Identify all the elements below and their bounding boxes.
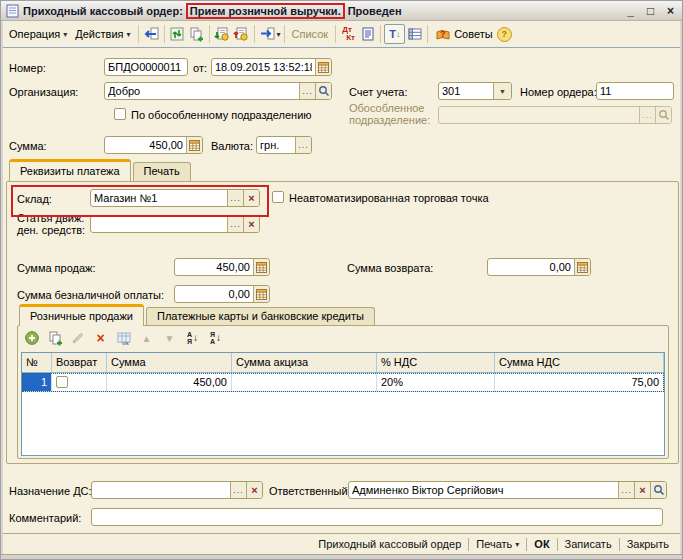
cashless-sum-input[interactable] [175,286,253,302]
close-button[interactable]: Закрыть [620,538,676,550]
sum-input[interactable] [105,137,186,153]
select-button[interactable]: ... [295,137,311,153]
copy-row-icon[interactable] [45,329,64,347]
search-icon[interactable] [315,83,331,99]
table-row[interactable]: 1 450,00 20% 75,00 [22,373,664,392]
number-input[interactable] [105,59,187,75]
tab-payment-cards[interactable]: Платежные карты и банковские кредиты [146,307,375,326]
print-button[interactable]: Печать▾ [469,538,526,550]
dtkt-postings-icon[interactable]: ДтКт [339,25,358,43]
clear-icon[interactable]: × [634,482,650,498]
tab-payment-details[interactable]: Реквизиты платежа [9,159,131,181]
delete-row-icon[interactable]: × [91,329,110,347]
date-input[interactable] [212,59,315,75]
select-button[interactable]: ... [618,482,634,498]
return-checkbox[interactable] [56,376,68,388]
currency-input[interactable] [257,137,295,153]
account-field[interactable]: ▼ [438,82,512,100]
dropdown-button[interactable]: ▼ [493,83,511,99]
ok-button[interactable]: ОК [527,538,556,550]
organization-input[interactable] [105,83,299,99]
comment-field[interactable] [91,508,663,526]
sum-cell[interactable]: 450,00 [107,373,232,392]
help-icon[interactable]: ? [497,27,512,42]
sort-ascending-icon[interactable]: АЯ ↓ [183,329,202,347]
calculator-button[interactable] [574,259,590,275]
date-field[interactable] [211,58,332,76]
calculator-button[interactable] [253,286,269,302]
vat-percent-cell[interactable]: 20% [377,373,495,392]
edit-row-icon[interactable] [68,329,87,347]
copy-document-icon[interactable] [187,25,206,43]
search-icon[interactable] [650,482,666,498]
goto-icon[interactable] [258,25,277,43]
account-input[interactable] [439,83,493,99]
cash-expense-icon[interactable] [232,25,251,43]
clear-icon[interactable]: × [243,216,259,232]
tips-button[interactable]: ? Советы [431,24,496,44]
doc-type-button[interactable]: Приходный кассовый ордер [311,538,468,550]
return-cell[interactable] [52,373,107,392]
currency-field[interactable]: ... [256,136,312,154]
close-icon[interactable]: × [664,4,677,18]
operation-menu-button[interactable]: Операция▾ [5,24,71,44]
order-number-field[interactable] [596,82,674,100]
post-document-icon[interactable] [142,25,161,43]
end-edit-icon[interactable]: ок [114,329,133,347]
chevron-down-icon[interactable]: ▾ [277,30,281,39]
calculator-button[interactable] [186,137,202,153]
cashflow-item-field[interactable]: ... × [90,215,260,233]
manual-outlet-checkbox[interactable] [272,191,284,203]
vat-sum-cell[interactable]: 75,00 [495,373,664,392]
structure-icon[interactable]: Т↓ [384,24,405,44]
toolbar-separator [380,25,381,43]
move-down-icon[interactable]: ▼ [160,329,179,347]
calendar-button[interactable] [315,59,331,75]
cash-receipt-icon[interactable] [213,25,232,43]
responsible-input[interactable] [349,482,618,498]
move-up-icon[interactable]: ▲ [137,329,156,347]
report-icon[interactable] [358,25,377,43]
clear-icon[interactable]: × [246,482,262,498]
sales-sum-input[interactable] [175,259,253,275]
return-sum-input[interactable] [488,259,574,275]
tips-label: Советы [454,28,492,40]
tab-retail-sales[interactable]: Розничные продажи [19,304,144,326]
cashflow-item-input[interactable] [91,216,227,232]
cashless-sum-field[interactable] [174,285,270,303]
actions-menu-button[interactable]: Действия▾ [71,24,134,44]
by-separate-unit-checkbox[interactable] [114,108,126,120]
refresh-icon[interactable] [168,25,187,43]
purpose-field[interactable]: ... × [91,481,263,499]
number-field[interactable] [104,58,188,76]
responsible-field[interactable]: ... × [348,481,667,499]
sales-sum-field[interactable] [174,258,270,276]
warehouse-field[interactable]: ... × [90,189,260,207]
separate-unit-label: Обособленное подразделение: [349,102,430,126]
tab-print[interactable]: Печать [133,162,191,181]
write-button[interactable]: Записать [558,538,619,550]
select-button[interactable]: ... [227,190,243,206]
select-button[interactable]: ... [299,83,315,99]
title-prefix: Приходный кассовый ордер: [23,5,183,17]
select-button[interactable]: ... [230,482,246,498]
list-button[interactable]: Список [288,24,333,44]
excise-cell[interactable] [232,373,377,392]
add-row-icon[interactable] [22,329,41,347]
order-number-input[interactable] [597,83,673,99]
organization-field[interactable]: ... [104,82,332,100]
return-sum-field[interactable] [487,258,591,276]
comment-input[interactable] [92,509,662,525]
purpose-input[interactable] [92,482,230,498]
minimize-icon[interactable]: _ [624,4,637,18]
warehouse-input[interactable] [91,190,227,206]
maximize-icon[interactable]: □ [644,4,657,18]
sort-letter: Я [210,331,215,338]
sort-descending-icon[interactable]: ЯА ↓ [206,329,225,347]
columns-icon[interactable] [405,25,424,43]
row-number-cell[interactable]: 1 [22,373,52,392]
calculator-button[interactable] [253,259,269,275]
clear-icon[interactable]: × [243,190,259,206]
sum-field[interactable] [104,136,203,154]
select-button[interactable]: ... [227,216,243,232]
